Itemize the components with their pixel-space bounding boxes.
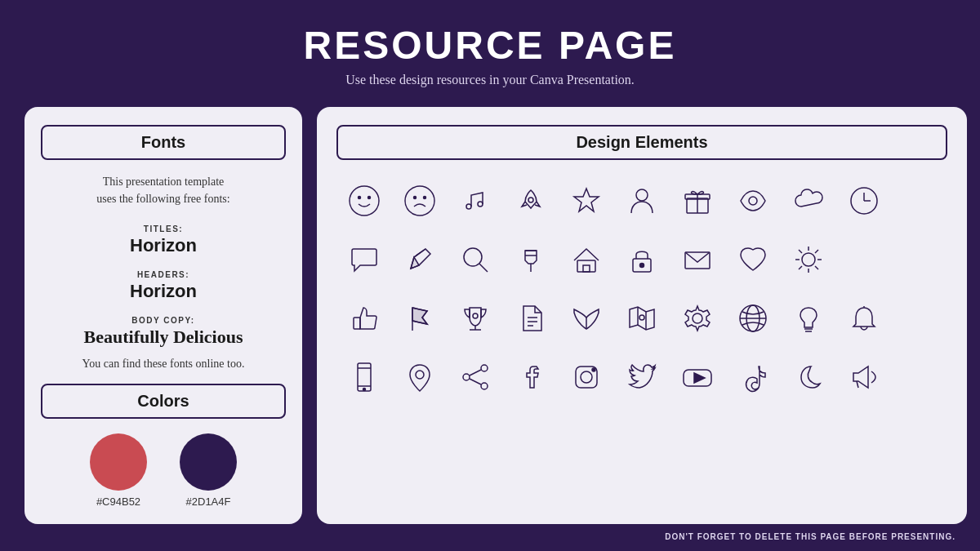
icon-heart bbox=[728, 235, 777, 284]
svg-point-3 bbox=[405, 186, 434, 216]
colors-label: Colors bbox=[137, 392, 189, 410]
svg-point-63 bbox=[481, 383, 488, 389]
icon-open-book bbox=[562, 294, 611, 343]
svg-rect-37 bbox=[354, 318, 360, 329]
svg-point-49 bbox=[639, 315, 644, 320]
icon-megaphone bbox=[840, 353, 889, 402]
svg-point-4 bbox=[414, 197, 416, 199]
font-entry-headers: HEADERS: Horizon bbox=[41, 266, 286, 302]
content-area: Fonts This presentation templateuses the… bbox=[0, 107, 980, 524]
icon-music-notes bbox=[451, 176, 500, 225]
footer-note: DON'T FORGET TO DELETE THIS PAGE BEFORE … bbox=[665, 532, 956, 541]
icon-globe bbox=[728, 294, 777, 343]
icon-search bbox=[451, 235, 500, 284]
icon-tiktok bbox=[728, 353, 777, 402]
font-name-body: Beautifully Delicious bbox=[41, 327, 286, 348]
colors-section-header: Colors bbox=[41, 384, 286, 419]
icon-chat-bubble bbox=[340, 235, 389, 284]
page-header: RESOURCE PAGE Use these design resources… bbox=[0, 0, 980, 96]
svg-point-60 bbox=[416, 371, 424, 379]
icon-spacer-5 bbox=[895, 353, 944, 402]
svg-point-62 bbox=[463, 374, 470, 380]
icon-location-pin bbox=[395, 353, 444, 402]
color-hex-2: #2D1A4F bbox=[186, 495, 231, 508]
svg-rect-24 bbox=[583, 265, 590, 272]
right-panel: Design Elements bbox=[317, 107, 967, 524]
icon-house bbox=[562, 235, 611, 284]
svg-rect-23 bbox=[577, 260, 595, 272]
svg-point-67 bbox=[581, 371, 592, 383]
color-swatch-2: #2D1A4F bbox=[180, 433, 237, 508]
icon-bell bbox=[840, 294, 889, 343]
icons-grid bbox=[336, 176, 947, 402]
font-entry-titles: TITLES: Horizon bbox=[41, 220, 286, 256]
svg-point-59 bbox=[363, 389, 366, 391]
fonts-section-header: Fonts bbox=[41, 125, 286, 160]
font-entry-body: BODY COPY: Beautifully Delicious bbox=[41, 312, 286, 348]
icon-spacer-1 bbox=[895, 176, 944, 225]
icon-rocket bbox=[506, 176, 555, 225]
icon-document bbox=[506, 294, 555, 343]
icon-spacer-4 bbox=[895, 294, 944, 343]
icon-envelope bbox=[673, 235, 722, 284]
svg-point-5 bbox=[424, 197, 426, 199]
font-label-body: BODY COPY: bbox=[131, 316, 194, 325]
icon-youtube bbox=[673, 353, 722, 402]
svg-point-6 bbox=[466, 204, 471, 209]
design-elements-label: Design Elements bbox=[576, 133, 707, 151]
font-name-headers: Horizon bbox=[41, 281, 286, 302]
design-elements-header: Design Elements bbox=[336, 125, 947, 160]
icon-share bbox=[451, 353, 500, 402]
svg-point-2 bbox=[368, 197, 371, 199]
icon-pushpin bbox=[506, 235, 555, 284]
svg-marker-70 bbox=[694, 373, 705, 383]
fonts-description: This presentation templateuses the follo… bbox=[41, 173, 286, 207]
svg-line-71 bbox=[857, 381, 858, 388]
svg-point-50 bbox=[693, 313, 702, 323]
svg-point-28 bbox=[802, 253, 815, 266]
icon-lock bbox=[617, 235, 666, 284]
font-label-titles: TITLES: bbox=[144, 224, 183, 233]
svg-line-64 bbox=[470, 370, 481, 375]
color-circle-1 bbox=[90, 433, 147, 491]
icon-facebook bbox=[506, 353, 555, 402]
font-label-headers: HEADERS: bbox=[137, 270, 189, 279]
svg-line-35 bbox=[815, 250, 818, 253]
icon-mobile bbox=[340, 353, 389, 402]
icon-star bbox=[562, 176, 611, 225]
svg-line-33 bbox=[799, 250, 802, 253]
svg-marker-46 bbox=[630, 307, 654, 330]
icon-flag bbox=[395, 294, 444, 343]
color-hex-1: #C94B52 bbox=[96, 495, 140, 508]
svg-point-1 bbox=[359, 197, 361, 199]
svg-point-8 bbox=[528, 198, 533, 202]
svg-point-26 bbox=[640, 264, 644, 268]
icon-gift bbox=[673, 176, 722, 225]
svg-rect-56 bbox=[358, 363, 371, 391]
svg-line-34 bbox=[815, 266, 818, 269]
icon-trophy bbox=[451, 294, 500, 343]
icon-spacer-3 bbox=[895, 235, 944, 284]
icon-smiley bbox=[340, 176, 389, 225]
color-swatches: #C94B52 #2D1A4F bbox=[41, 433, 286, 508]
color-circle-2 bbox=[180, 433, 237, 491]
icon-gear bbox=[673, 294, 722, 343]
icon-eye bbox=[728, 176, 777, 225]
svg-point-41 bbox=[473, 313, 478, 318]
font-name-titles: Horizon bbox=[41, 235, 286, 256]
icon-moon bbox=[784, 353, 833, 402]
icon-lightbulb bbox=[784, 294, 833, 343]
icon-spacer-2 bbox=[840, 235, 889, 284]
icon-instagram bbox=[562, 353, 611, 402]
page-title: RESOURCE PAGE bbox=[0, 23, 980, 68]
svg-point-61 bbox=[481, 365, 488, 371]
icon-twitter bbox=[617, 353, 666, 402]
icon-thumbs-up bbox=[340, 294, 389, 343]
icon-sun bbox=[784, 235, 833, 284]
icon-clock bbox=[840, 176, 889, 225]
icon-pencil bbox=[395, 235, 444, 284]
color-swatch-1: #C94B52 bbox=[90, 433, 147, 508]
svg-point-7 bbox=[478, 202, 483, 207]
svg-point-10 bbox=[636, 189, 648, 201]
svg-point-68 bbox=[592, 368, 595, 371]
